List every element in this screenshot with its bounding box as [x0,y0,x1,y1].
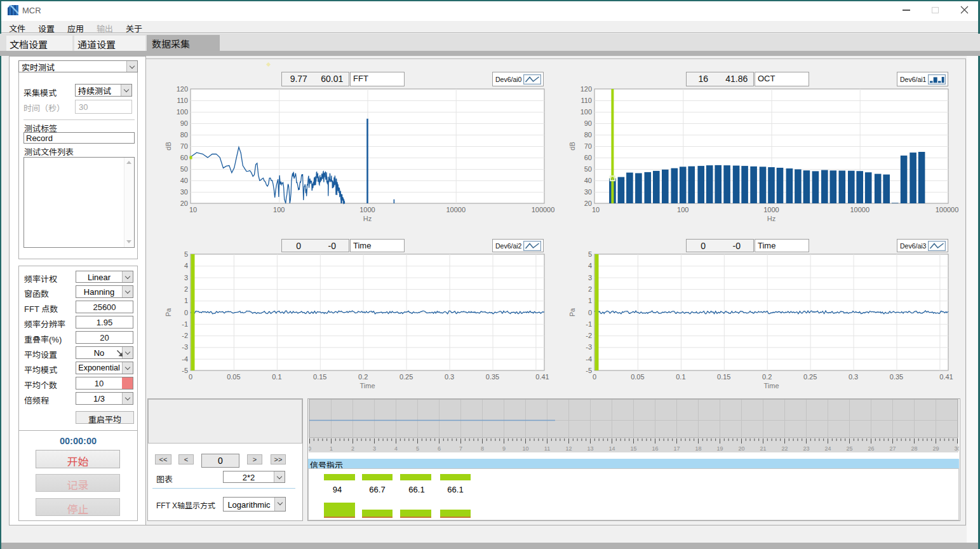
svg-text:120: 120 [581,85,592,93]
svg-text:1: 1 [330,445,333,452]
svg-text:11: 11 [544,445,550,452]
svg-text:4: 4 [588,262,592,269]
svg-text:110: 110 [177,97,188,104]
svg-text:100: 100 [177,108,188,116]
svg-text:100: 100 [273,206,285,214]
svg-text:0: 0 [184,309,188,316]
svg-text:3: 3 [588,274,592,281]
svg-text:80: 80 [584,131,592,139]
svg-text:15: 15 [630,445,636,452]
svg-text:-4: -4 [182,355,188,363]
svg-text:0.3: 0.3 [849,373,858,381]
svg-text:3: 3 [184,274,188,281]
svg-text:4: 4 [394,445,398,452]
svg-text:10000: 10000 [446,206,466,214]
svg-text:100000: 100000 [936,206,959,214]
svg-text:0.41: 0.41 [535,373,549,381]
svg-text:1000: 1000 [763,206,779,214]
svg-text:10: 10 [522,445,528,452]
svg-text:0.3: 0.3 [445,373,454,381]
svg-text:dB: dB [568,142,576,150]
svg-text:0: 0 [189,373,192,381]
svg-text:120: 120 [177,85,188,93]
svg-text:80: 80 [180,131,188,139]
svg-text:25: 25 [846,445,852,452]
svg-text:19: 19 [716,445,723,452]
svg-text:Time: Time [359,382,375,390]
svg-text:0.25: 0.25 [803,373,817,381]
svg-text:-1: -1 [586,320,592,328]
svg-text:0: 0 [309,445,311,452]
svg-text:50: 50 [584,165,592,173]
svg-text:0.41: 0.41 [939,373,953,381]
svg-text:7: 7 [459,445,462,452]
svg-text:21: 21 [760,445,766,452]
svg-text:0.1: 0.1 [272,373,281,381]
svg-text:40: 40 [584,177,592,184]
svg-text:Hz: Hz [363,215,372,222]
svg-text:0.15: 0.15 [313,373,326,381]
svg-text:16: 16 [652,445,658,452]
svg-text:90: 90 [584,119,592,127]
svg-text:60: 60 [584,154,592,161]
svg-text:6: 6 [438,445,441,452]
svg-text:5: 5 [184,250,188,258]
svg-text:18: 18 [695,445,701,452]
svg-text:10: 10 [189,206,197,214]
svg-text:70: 70 [180,142,188,150]
svg-text:23: 23 [803,445,809,452]
svg-text:-3: -3 [182,343,188,351]
svg-text:1: 1 [588,297,592,304]
svg-text:100: 100 [677,206,688,214]
svg-text:0: 0 [588,309,592,316]
svg-text:110: 110 [581,97,592,104]
svg-text:22: 22 [781,445,788,452]
svg-text:-2: -2 [182,332,188,339]
svg-text:dB: dB [164,142,172,150]
svg-text:13: 13 [587,445,593,452]
svg-text:26: 26 [868,445,874,452]
svg-text:0.2: 0.2 [358,373,368,381]
svg-text:24: 24 [824,445,831,452]
svg-text:0.25: 0.25 [399,373,413,381]
svg-text:2: 2 [184,285,188,293]
svg-text:-2: -2 [586,332,592,339]
svg-text:30: 30 [584,188,592,196]
svg-text:20: 20 [584,200,592,207]
svg-text:5: 5 [416,445,419,452]
svg-text:60: 60 [180,154,188,161]
svg-text:5: 5 [588,250,592,258]
svg-text:10000: 10000 [850,206,870,214]
svg-text:-1: -1 [182,320,188,328]
svg-text:20: 20 [738,445,744,452]
svg-text:30: 30 [954,445,959,452]
svg-text:4: 4 [184,262,188,269]
svg-text:-3: -3 [586,343,592,351]
svg-text:-5: -5 [182,367,188,374]
svg-text:17: 17 [673,445,680,452]
svg-text:9: 9 [502,445,506,452]
svg-text:1: 1 [184,297,188,304]
svg-text:100: 100 [581,108,592,116]
svg-text:10: 10 [592,206,600,214]
svg-text:70: 70 [584,142,592,150]
svg-text:100000: 100000 [532,206,555,214]
svg-text:1000: 1000 [359,206,375,214]
svg-text:14: 14 [608,445,615,452]
svg-text:-4: -4 [586,355,592,363]
svg-text:3: 3 [373,445,376,452]
svg-text:8: 8 [481,445,484,452]
svg-text:30: 30 [180,188,188,196]
svg-text:0.1: 0.1 [676,373,685,381]
svg-text:Pa: Pa [164,308,172,316]
svg-text:40: 40 [180,177,188,184]
svg-text:90: 90 [180,119,188,127]
svg-text:0: 0 [593,373,596,381]
svg-text:2: 2 [588,285,592,293]
svg-text:0.35: 0.35 [890,373,903,381]
svg-text:29: 29 [932,445,939,452]
svg-text:0.05: 0.05 [227,373,240,381]
svg-text:0.15: 0.15 [717,373,730,381]
svg-text:2: 2 [351,445,354,452]
svg-text:0.35: 0.35 [486,373,499,381]
